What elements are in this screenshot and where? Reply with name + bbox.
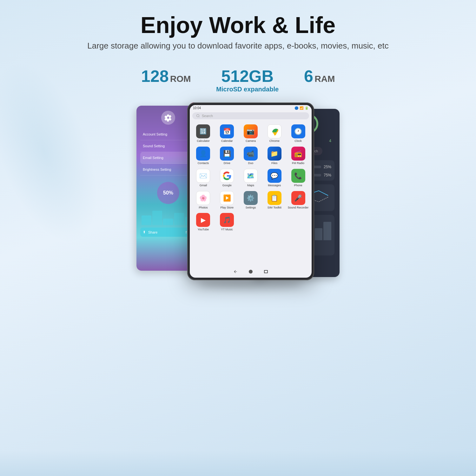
drive-label: Drive [224,162,230,165]
phone-label: Phone [294,184,302,187]
tablet-screen: 10:04 🔵 📶 🔋 Search 🔢 [190,105,312,278]
main-display-area: Account Setting Sound Setting Email Sett… [0,102,476,280]
photos-icon: 🌸 [196,191,210,205]
calculator-icon: 🔢 [196,124,210,138]
camera-icon: 📷 [244,124,258,138]
clock-label: Clock [294,139,302,143]
calendar-icon: 📅 [220,124,234,138]
files-icon: 📁 [268,147,281,161]
calendar-label: Calendar [221,139,233,143]
photos-label: Photos [199,206,208,209]
app-messages[interactable]: 💬 Messages [263,167,286,188]
contacts-label: Contacts [198,162,209,165]
files-label: Files [271,162,277,165]
app-chrome[interactable]: Chrome [263,122,286,144]
search-bar[interactable]: Search [192,112,309,119]
app-calendar[interactable]: 📅 Calendar [215,122,239,144]
tablet-status-bar: 10:04 🔵 📶 🔋 [190,105,312,111]
app-gmail[interactable]: ✉️ Gmail [192,167,215,188]
google-label: Google [222,184,232,187]
ytmusic-label: YT Music [221,228,233,231]
back-button[interactable] [233,269,238,274]
app-phone[interactable]: 📞 Phone [287,167,310,188]
messages-label: Messages [268,184,281,187]
contacts-icon: 👤 [196,147,210,161]
app-calculator[interactable]: 🔢 Calculator [192,122,215,144]
app-playstore[interactable]: ▶️ Play Store [215,189,239,211]
chrome-label: Chrome [269,139,280,143]
app-soundrecorder[interactable]: 🎤 Sound Recorder [287,189,310,211]
page-subtitle: Large storage allowing you to download f… [0,41,476,51]
spec-ram-number: 6 [304,67,313,85]
ytmusic-icon: 🎵 [220,213,234,227]
youtube-icon: ▶ [196,213,210,227]
app-duo[interactable]: 📹 Duo [239,145,262,166]
fmradio-icon: 📻 [291,147,305,161]
status-time: 10:04 [193,106,201,110]
camera-label: Camera [246,139,256,143]
settings-icon: ⚙️ [244,191,258,205]
specs-row: 128 ROM 512GB MicroSD expandable 6 RAM [0,67,476,93]
ground-shadow [0,451,476,476]
phone-icon: 📞 [291,169,305,183]
messages-icon: 💬 [268,169,281,183]
chrome-icon [268,124,281,138]
clock-icon: 🕐 [291,124,305,138]
svg-line-17 [199,117,199,117]
gmail-label: Gmail [200,184,207,187]
spec-storage-number: 512GB [216,67,279,86]
playstore-icon: ▶️ [220,191,234,205]
app-ytmusic[interactable]: 🎵 YT Music [215,211,239,233]
search-placeholder: Search [202,114,213,118]
tablet-frame: 10:04 🔵 📶 🔋 Search 🔢 [187,102,314,280]
spec-rom-unit: ROM [170,74,191,84]
duo-label: Duo [248,162,254,165]
bluetooth-icon: 🔵 [294,106,298,110]
app-files[interactable]: 📁 Files [263,145,286,166]
app-maps[interactable]: 🗺️ Maps [239,167,262,188]
app-contacts[interactable]: 👤 Contacts [192,145,215,166]
app-google[interactable]: Google [215,167,239,188]
svg-point-16 [197,115,199,117]
home-button[interactable] [248,269,254,274]
spec-storage-label: MicroSD expandable [216,86,279,93]
spec-storage: 512GB MicroSD expandable [216,67,279,93]
simtoolkit-label: SIM Toolkit [268,206,281,209]
search-icon [196,114,200,118]
tablet-reflection [200,280,301,290]
youtube-label: YouTube [198,228,209,231]
calculator-label: Calculator [197,139,210,143]
app-photos[interactable]: 🌸 Photos [192,189,215,211]
maps-icon: 🗺️ [244,169,258,183]
app-simtoolkit[interactable]: 📋 SIM Toolkit [263,189,286,211]
duo-icon: 📹 [244,147,258,161]
app-drive[interactable]: 💾 Drive [215,145,239,166]
app-youtube[interactable]: ▶ YouTube [192,211,215,233]
spec-ram: 6 RAM [304,67,335,86]
app-clock[interactable]: 🕐 Clock [287,122,310,144]
soundrecorder-label: Sound Recorder [288,206,309,209]
simtoolkit-icon: 📋 [268,191,281,205]
app-camera[interactable]: 📷 Camera [239,122,262,144]
app-settings[interactable]: ⚙️ Settings [239,189,262,211]
spec-rom: 128 ROM [141,67,191,86]
page-title: Enjoy Work & Life [0,13,476,38]
settings-label: Settings [246,206,256,209]
fmradio-label: FM Radio [292,162,304,165]
playstore-label: Play Store [220,206,234,209]
header-section: Enjoy Work & Life Large storage allowing… [0,0,476,57]
recents-button[interactable] [263,269,269,274]
spec-rom-number: 128 [141,67,169,85]
drive-icon: 💾 [220,147,234,161]
wifi-icon: 📶 [300,106,303,110]
spec-ram-unit: RAM [314,74,335,84]
maps-label: Maps [247,184,254,187]
tablet-device: 10:04 🔵 📶 🔋 Search 🔢 [187,102,314,280]
google-icon [220,169,234,183]
app-fmradio[interactable]: 📻 FM Radio [287,145,310,166]
apps-grid: 🔢 Calculator 📅 Calendar 📷 Camera [190,121,312,234]
gmail-icon: ✉️ [196,169,210,183]
soundrecorder-icon: 🎤 [291,191,305,205]
battery-icon: 🔋 [305,106,308,110]
tablet-navigation [190,268,312,276]
